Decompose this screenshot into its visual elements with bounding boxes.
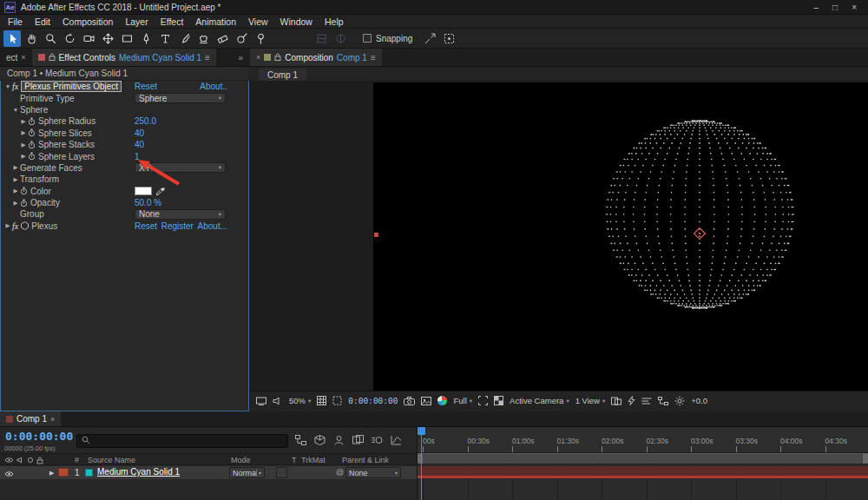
work-area-end-handle[interactable]: [863, 454, 868, 464]
menu-edit[interactable]: Edit: [29, 16, 56, 27]
color-swatch[interactable]: [135, 187, 152, 195]
snapshot-icon[interactable]: [404, 397, 415, 405]
twirl-icon[interactable]: ▶: [11, 164, 20, 171]
work-area-start-handle[interactable]: [418, 454, 423, 464]
tab-effect-controls[interactable]: Effect Controls Medium Cyan Solid 1 ≡: [32, 49, 216, 66]
timeline-search[interactable]: [76, 434, 288, 448]
parent-pickwhip-icon[interactable]: @: [336, 468, 344, 477]
link-about[interactable]: About..: [200, 82, 227, 91]
twirl-icon[interactable]: ▶: [11, 188, 20, 194]
dropdown-generate-faces[interactable]: XY▾: [135, 162, 226, 173]
fx-icon[interactable]: fx: [12, 82, 18, 91]
roto-brush-tool[interactable]: [233, 30, 250, 47]
timeline-button-icon[interactable]: [641, 397, 652, 405]
value-sphere-stacks[interactable]: 40: [135, 140, 144, 149]
twirl-icon[interactable]: ▶: [19, 141, 28, 148]
menu-layer[interactable]: Layer: [119, 16, 154, 27]
stopwatch-icon[interactable]: [28, 117, 38, 126]
rotation-tool[interactable]: [61, 30, 78, 47]
search-input[interactable]: [94, 437, 267, 445]
layer-visibility-icon[interactable]: [4, 470, 14, 479]
selection-tool[interactable]: [3, 30, 21, 47]
dropdown-primitive-type[interactable]: Sphere▾: [135, 93, 226, 103]
panel-menu-icon[interactable]: ≡: [371, 53, 376, 62]
puppet-pin-tool[interactable]: [252, 30, 269, 47]
viewer-timecode[interactable]: 0:00:00:00: [348, 396, 398, 405]
stopwatch-icon[interactable]: [20, 187, 30, 195]
lock-icon[interactable]: [274, 53, 281, 62]
snapping-toggle[interactable]: Snapping: [363, 34, 412, 43]
tab-overflow-icon[interactable]: »: [232, 49, 249, 66]
stopwatch-icon[interactable]: [20, 199, 30, 207]
maximize-button[interactable]: □: [832, 3, 838, 12]
track-matte-toggle[interactable]: [276, 467, 287, 478]
fast-previews-icon[interactable]: [628, 396, 635, 405]
show-channel-icon[interactable]: [437, 396, 447, 405]
stopwatch-icon[interactable]: [28, 152, 38, 161]
column-parent-link[interactable]: Parent & Link: [342, 456, 389, 464]
snapping-checkbox[interactable]: [363, 34, 372, 43]
time-ruler[interactable]: 00s00:30s01:00s01:30s02:00s02:30s03:00s0…: [418, 427, 868, 453]
blend-mode-dropdown[interactable]: Normal ▾: [229, 467, 265, 478]
panel-menu-icon[interactable]: ≡: [205, 53, 210, 62]
current-time-display[interactable]: 0:00:00:00: [5, 430, 73, 443]
twirl-icon[interactable]: ▶: [19, 118, 28, 125]
graph-editor-icon[interactable]: [391, 435, 402, 447]
twirl-icon[interactable]: ▶: [3, 222, 12, 229]
lock-icon[interactable]: [49, 53, 56, 62]
clone-stamp-tool[interactable]: [194, 30, 212, 47]
menu-file[interactable]: File: [2, 16, 29, 27]
tab-composition[interactable]: × Composition Comp 1 ≡: [250, 49, 382, 66]
frame-blending-icon[interactable]: [352, 435, 364, 447]
layer-duration-bar[interactable]: [418, 466, 868, 478]
eyedropper-icon[interactable]: [155, 186, 166, 197]
close-tab-icon[interactable]: ×: [256, 53, 260, 62]
pixel-aspect-icon[interactable]: [611, 397, 621, 405]
twirl-icon[interactable]: ▶: [11, 200, 20, 207]
stopwatch-icon[interactable]: [28, 128, 38, 137]
menu-view[interactable]: View: [242, 16, 274, 27]
viewer-tab-comp1[interactable]: Comp 1: [259, 69, 306, 82]
column-index[interactable]: #: [75, 456, 79, 464]
layer-label-color-chip[interactable]: [58, 468, 69, 477]
value-sphere-slices[interactable]: 40: [135, 128, 144, 138]
playhead-line[interactable]: [421, 427, 422, 500]
transparency-grid-icon[interactable]: [494, 396, 503, 405]
region-of-interest-icon[interactable]: [478, 396, 488, 405]
eraser-tool[interactable]: [214, 30, 231, 47]
menu-effect[interactable]: Effect: [155, 16, 190, 27]
grid-guide-options-icon[interactable]: [317, 396, 326, 405]
menu-help[interactable]: Help: [319, 16, 350, 27]
motion-blur-icon[interactable]: [372, 435, 383, 447]
close-tab-icon[interactable]: ×: [21, 53, 25, 62]
rectangle-tool[interactable]: [118, 30, 135, 47]
close-tab-icon[interactable]: ×: [50, 415, 55, 424]
draft-3d-icon[interactable]: [314, 435, 326, 447]
3d-view-dropdown[interactable]: Active Camera ▾: [510, 396, 569, 405]
view-layout-dropdown[interactable]: 1 View ▾: [575, 396, 606, 405]
reset-exposure-icon[interactable]: [674, 396, 685, 406]
column-trkmat[interactable]: TrkMat: [301, 456, 326, 464]
link-reset[interactable]: Reset: [135, 221, 157, 231]
link-about[interactable]: About...: [198, 221, 227, 231]
project-tab-stub[interactable]: ect ×: [0, 49, 32, 66]
column-mode[interactable]: Mode: [231, 456, 251, 464]
menu-window[interactable]: Window: [274, 16, 319, 27]
twirl-icon[interactable]: ▶: [19, 129, 28, 136]
hide-shy-layers-icon[interactable]: [333, 435, 345, 447]
value-sphere-radius[interactable]: 250.0: [135, 116, 156, 126]
layer-expander-icon[interactable]: ▶: [49, 470, 54, 477]
comp-mini-flowchart-icon[interactable]: [295, 435, 306, 447]
hand-tool[interactable]: [23, 30, 40, 47]
main-viewer-icon[interactable]: [273, 397, 283, 405]
show-snapshot-icon[interactable]: [421, 397, 431, 405]
solid-color-swatch[interactable]: [85, 469, 93, 477]
layer-row-1[interactable]: ▶ 1 Medium Cyan Solid 1 Normal ▾ @ None …: [0, 466, 417, 479]
zoom-tool[interactable]: [42, 30, 59, 47]
snap-target-icon[interactable]: [440, 30, 457, 47]
parent-dropdown[interactable]: None ▾: [345, 467, 401, 478]
camera-tool[interactable]: [80, 30, 97, 47]
composition-viewport[interactable]: [250, 81, 868, 391]
twirl-icon[interactable]: ▶: [11, 176, 20, 183]
effect-name[interactable]: Plexus: [31, 221, 57, 231]
